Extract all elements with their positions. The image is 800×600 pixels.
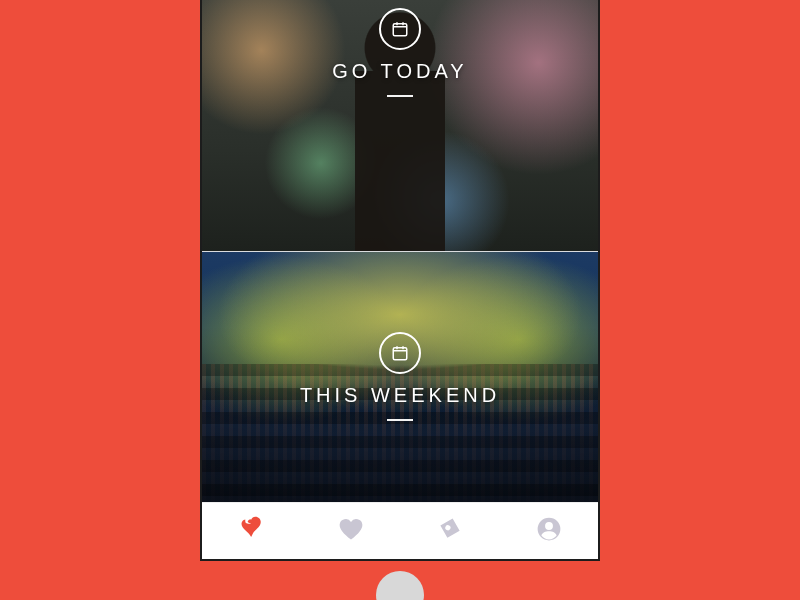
divider xyxy=(387,419,413,421)
discover-cards: GO TODAY THIS WEEKEND xyxy=(202,0,598,502)
pagination-dot xyxy=(376,571,424,600)
tab-home[interactable] xyxy=(232,511,272,551)
heart-icon xyxy=(337,515,365,547)
card-this-weekend[interactable]: THIS WEEKEND xyxy=(202,251,598,503)
tab-favorites[interactable] xyxy=(331,511,371,551)
user-icon xyxy=(535,515,563,547)
calendar-icon xyxy=(379,332,421,374)
calendar-icon xyxy=(379,8,421,50)
svg-rect-1 xyxy=(393,348,407,360)
logo-icon xyxy=(238,515,266,547)
phone-frame: GO TODAY THIS WEEKEND xyxy=(200,0,600,561)
card-title: THIS WEEKEND xyxy=(300,384,500,407)
ticket-icon xyxy=(436,515,464,547)
card-title: GO TODAY xyxy=(332,60,467,83)
card-go-today[interactable]: GO TODAY xyxy=(202,0,598,251)
svg-rect-0 xyxy=(393,24,407,36)
tab-tickets[interactable] xyxy=(430,511,470,551)
divider xyxy=(387,95,413,97)
tab-profile[interactable] xyxy=(529,511,569,551)
tab-bar xyxy=(202,502,598,559)
